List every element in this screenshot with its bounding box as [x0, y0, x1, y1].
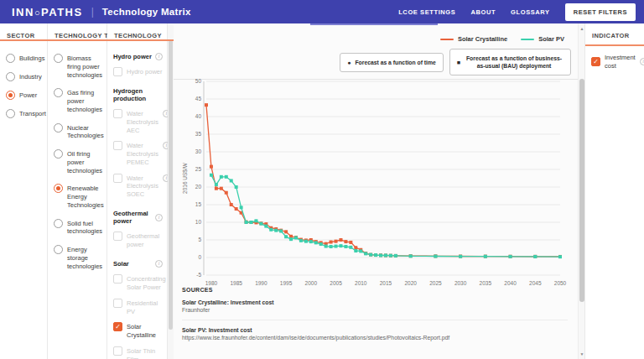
legend-swatch [521, 39, 534, 40]
x-tick-label: 2040 [504, 280, 517, 286]
y-tick-label: 15 [195, 201, 202, 207]
data-point-solar-pv [249, 221, 252, 224]
checkbox-icon: ✓ [113, 322, 122, 331]
x-tick-label: 1980 [205, 280, 218, 286]
data-point-solar-crystalline [335, 240, 338, 243]
technology-group-header-hydro-power: Hydro poweri [107, 44, 167, 64]
main-scrollbar-thumb[interactable] [579, 79, 584, 302]
radio-icon [54, 245, 63, 254]
toggle-label: Forecast as a function of time [355, 59, 435, 66]
data-point-solar-pv [284, 235, 288, 238]
checkbox-icon: ✓ [591, 57, 600, 66]
technology-type-option-gas-firing-power-technologies[interactable]: Gas firing power technologies [48, 88, 106, 113]
legend-label: Solar PV [538, 35, 564, 43]
app-root: INN○PATHS | Technology Matrix LCOE SETTI… [0, 0, 644, 359]
technology-checkbox-geothermal-power[interactable]: Geothermal power [107, 228, 167, 252]
horizontal-scroll-indicator[interactable] [310, 23, 438, 25]
forecast-toggle-group: ●Forecast as a function of time■Forecast… [340, 49, 571, 75]
technology-checkbox-hydro-power[interactable]: Hydro power [107, 64, 167, 80]
data-point-solar-pv [533, 255, 537, 258]
sector-option-transport[interactable]: Transport [0, 109, 47, 118]
technology-type-option-solid-fuel-technologies[interactable]: Solid fuel technologies [48, 219, 106, 237]
technology-scrollbar[interactable] [168, 25, 174, 359]
indicator-checkbox-investment-cost[interactable]: ✓Investment costi [585, 46, 644, 74]
info-icon[interactable]: i [155, 53, 163, 60]
technology-item-label: Concentrating Solar Power [127, 274, 166, 292]
checkbox-icon [113, 174, 122, 183]
nav-glossary[interactable]: GLOSSARY [511, 8, 550, 16]
radio-icon [6, 109, 15, 118]
technology-checkbox-solar-thin-film[interactable]: Solar Thin Film [107, 343, 167, 359]
data-point-solar-pv [319, 242, 323, 246]
radio-icon [54, 184, 63, 193]
technology-type-option-label: Gas firing power technologies [67, 88, 104, 113]
info-icon[interactable]: i [155, 214, 163, 221]
technology-type-panel: TECHNOLOGY TYPE Biomass firing power tec… [48, 23, 107, 359]
technology-type-option-renewable-energy-technologies[interactable]: Renewable Energy Technologies [48, 184, 106, 209]
sector-option-buildings[interactable]: Buildings [0, 54, 47, 63]
technology-type-option-energy-storage-technologies[interactable]: Energy storage technologies [48, 245, 106, 270]
technology-checkbox-water-electrolysis-pemec[interactable]: Water Electrolysis PEMECi [107, 138, 167, 169]
scrollbar-down-arrow-icon[interactable]: ▼ [579, 351, 585, 357]
data-point-solar-pv [225, 175, 228, 179]
toggle-forecast-as-a-function-of-time[interactable]: ●Forecast as a function of time [340, 53, 444, 72]
x-tick-label: 2035 [480, 280, 492, 286]
technology-type-options-list: Biomass firing power technologiesGas fir… [48, 54, 106, 270]
data-point-solar-pv [459, 255, 462, 258]
data-point-solar-pv [335, 245, 338, 248]
technology-item-label: Residential PV [127, 299, 164, 316]
data-point-solar-pv [359, 249, 362, 252]
y-tick-label: 25 [195, 166, 202, 172]
main-vertical-scrollbar[interactable]: ▲ ▼ [578, 23, 584, 359]
sector-panel-title: SECTOR [0, 23, 47, 44]
nav-about[interactable]: ABOUT [470, 8, 496, 16]
toggle-forecast-as-a-function-of-business-as-us[interactable]: ■Forecast as a function of business-as-u… [449, 49, 571, 75]
indicator-item-label: Investment cost [605, 53, 636, 70]
reset-filters-button[interactable]: RESET FILTERS [565, 3, 636, 21]
data-point-solar-pv [264, 225, 267, 228]
checkbox-icon [113, 299, 122, 308]
radio-icon [6, 72, 15, 81]
data-point-solar-pv [354, 249, 357, 252]
data-point-solar-pv [254, 219, 257, 222]
radio-icon [54, 149, 63, 159]
technology-scrollbar-thumb[interactable] [169, 40, 173, 330]
technology-group-header-geothermal-power: Geothermal poweri [107, 202, 167, 228]
data-point-solar-pv [379, 253, 382, 257]
sector-option-industry[interactable]: Industry [0, 72, 47, 81]
info-icon[interactable]: i [155, 260, 163, 268]
technology-item-label: Geothermal power [127, 232, 164, 249]
y-tick-label: 40 [195, 113, 202, 119]
sector-option-power[interactable]: Power [0, 91, 47, 100]
data-point-solar-pv [369, 253, 372, 257]
x-tick-label: 2010 [355, 280, 367, 286]
technology-type-option-biomass-firing-power-technologies[interactable]: Biomass firing power technologies [48, 54, 106, 79]
innopaths-logo: INN○PATHS [12, 6, 83, 18]
technology-checkbox-water-electrolysis-soec[interactable]: Water Electrolysis SOECi [107, 170, 167, 202]
data-point-solar-pv [509, 255, 512, 258]
info-icon[interactable]: i [640, 58, 644, 65]
technology-item-label: Solar Crystalline [127, 322, 164, 340]
legend-label: Solar Crystalline [458, 35, 507, 43]
data-point-solar-crystalline [339, 238, 342, 242]
data-point-solar-pv [269, 228, 273, 232]
x-tick-label: 2015 [380, 280, 392, 286]
scrollbar-up-arrow-icon[interactable]: ▲ [579, 25, 585, 32]
technology-checkbox-solar-crystalline[interactable]: ✓Solar Crystalline [107, 319, 167, 343]
technology-checkbox-water-electrolysis-aec[interactable]: Water Electrolysis AECi [107, 106, 167, 138]
technology-type-option-nuclear-technologies[interactable]: Nuclear Technologies [48, 123, 106, 141]
radio-icon [54, 123, 63, 133]
x-tick-label: 2000 [305, 280, 318, 286]
technology-group-header-hydrogen-production: Hydrogen production [107, 80, 167, 106]
data-point-solar-pv [394, 254, 397, 258]
nav-lcoe-settings[interactable]: LCOE SETTINGS [398, 8, 455, 16]
technology-panel: TECHNOLOGY Hydro poweriHydro powerHydrog… [107, 23, 168, 359]
technology-checkbox-residential-pv[interactable]: Residential PV [107, 295, 167, 320]
header-divider: | [91, 6, 94, 18]
source-value[interactable]: https://www.ise.fraunhofer.de/content/da… [182, 335, 568, 341]
technology-checkbox-concentrating-solar-power[interactable]: Concentrating Solar Poweri [107, 271, 167, 295]
technology-group-header-solar: Solari [107, 252, 167, 271]
data-point-solar-pv [304, 240, 308, 243]
source-value[interactable]: Fraunhofer [182, 307, 568, 313]
technology-type-option-oil-firing-power-technologies[interactable]: Oil firing power technologies [48, 149, 106, 174]
